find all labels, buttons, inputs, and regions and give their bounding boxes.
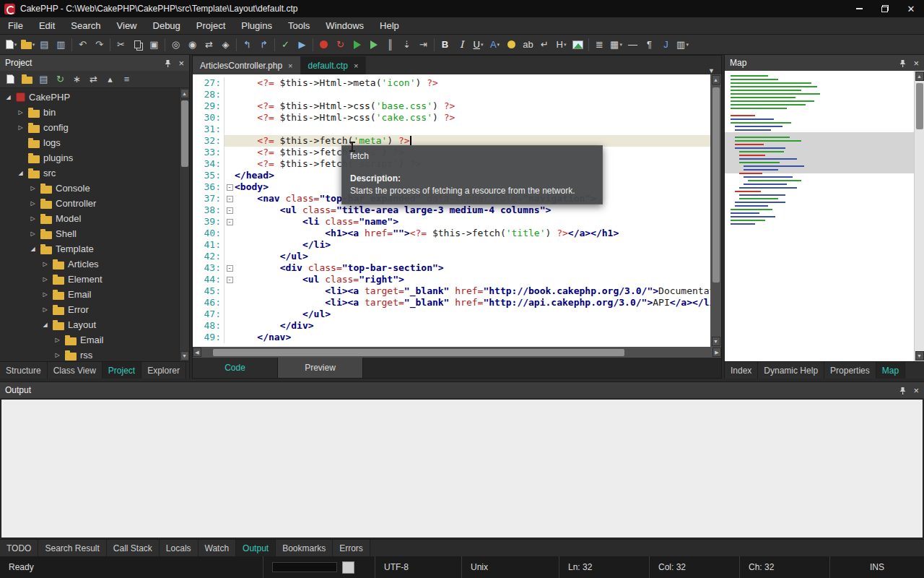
close-tab-icon[interactable]: × [288, 61, 292, 70]
expand-arrow-icon[interactable]: ▷ [41, 306, 49, 313]
undo-button[interactable]: ↶ [74, 36, 91, 53]
code-line-40[interactable]: 40: <h1><a href=""><?= $this->fetch('tit… [193, 228, 710, 239]
panel-tab-map[interactable]: Map [876, 362, 905, 379]
expand-arrow-icon[interactable]: ▷ [41, 261, 49, 267]
open-in-browser-button[interactable]: ▶ [294, 36, 310, 53]
expand-arrow-icon[interactable]: ▷ [41, 291, 49, 298]
menu-plugins[interactable]: Plugins [233, 17, 280, 34]
tree-item-console[interactable]: ▷Console [0, 181, 179, 196]
menu-edit[interactable]: Edit [31, 17, 63, 34]
font-color-button[interactable]: A▾ [487, 36, 503, 53]
close-panel-icon[interactable]: × [178, 59, 184, 68]
code-line-46[interactable]: 46: <li><a target="_blank" href="http://… [193, 297, 710, 309]
scroll-up-icon[interactable]: ▲ [180, 89, 189, 98]
collapse-arrow-icon[interactable]: ◢ [17, 170, 25, 176]
insert-image-button[interactable] [570, 36, 586, 53]
stop-debug-button[interactable] [315, 36, 332, 53]
project-tree-scrollbar[interactable]: ▲ ▼ [179, 88, 189, 361]
save-all-button[interactable]: ▥ [53, 36, 69, 53]
new-file-button[interactable] [4, 73, 17, 86]
pin-icon[interactable] [899, 59, 907, 67]
fold-collapse-icon[interactable]: - [227, 219, 233, 225]
fold-toggle[interactable]: - [225, 262, 235, 274]
code-line-47[interactable]: 47: </ul> [193, 309, 710, 320]
close-tab-icon[interactable]: × [354, 61, 358, 70]
lowercase-button[interactable]: ab [520, 36, 536, 53]
pause-button[interactable]: ║ [382, 36, 398, 53]
find-next-button[interactable]: ◉ [184, 36, 201, 53]
expand-arrow-icon[interactable]: ▷ [17, 109, 25, 116]
tree-item-controller[interactable]: ▷Controller [0, 196, 179, 211]
heading-button[interactable]: H▾ [553, 36, 570, 53]
scroll-left-icon[interactable]: ◀ [193, 348, 201, 357]
columns-button[interactable]: ▥▾ [674, 36, 691, 53]
tree-item-model[interactable]: ▷Model [0, 211, 179, 226]
bottom-tab-output[interactable]: Output [236, 540, 276, 556]
scroll-up-icon[interactable]: ▲ [712, 75, 720, 85]
scrollbar-thumb[interactable] [712, 87, 720, 282]
code-line-27[interactable]: 27: <?= $this->Html->meta('icon') ?> [193, 77, 710, 89]
tree-item-articles[interactable]: ▷Articles [0, 256, 179, 272]
new-file-button[interactable]: ▾ [3, 36, 19, 53]
tree-item-rss[interactable]: ▷rss [0, 348, 179, 361]
panel-tab-structure[interactable]: Structure [0, 362, 48, 379]
tree-item-plugins[interactable]: plugins [0, 150, 179, 165]
replace-button[interactable]: ⇄ [201, 36, 217, 53]
navigate-back-button[interactable]: ↰ [239, 36, 256, 53]
fold-toggle[interactable]: - [225, 193, 235, 204]
open-folder-button[interactable]: ▾ [19, 36, 36, 53]
bottom-tab-locals[interactable]: Locals [160, 540, 199, 556]
step-into-button[interactable]: ⇣ [398, 36, 415, 53]
fold-collapse-icon[interactable]: - [227, 184, 233, 191]
collapse-arrow-icon[interactable]: ◢ [41, 322, 49, 328]
expand-arrow-icon[interactable]: ▷ [53, 337, 61, 343]
bottom-tab-errors[interactable]: Errors [333, 540, 370, 556]
bottom-tab-search-result[interactable]: Search Result [38, 540, 106, 556]
show-all-files-button[interactable]: ∗ [71, 73, 83, 86]
scroll-down-icon[interactable]: ▼ [915, 351, 924, 361]
restart-debug-button[interactable]: ↻ [332, 36, 349, 53]
code-line-29[interactable]: 29: <?= $this->Html->css('base.css') ?> [193, 100, 710, 112]
code-line-45[interactable]: 45: <li><a target="_blank" href="http://… [193, 285, 710, 297]
tree-item-error[interactable]: ▷Error [0, 302, 179, 317]
line-break-button[interactable]: ↵ [536, 36, 553, 53]
tree-item-cakephp[interactable]: ◢CakePHP [0, 90, 179, 105]
menu-help[interactable]: Help [372, 17, 407, 34]
close-button[interactable]: ✕ [898, 0, 924, 17]
menu-search[interactable]: Search [63, 17, 108, 34]
editor-tab-default-ctp[interactable]: default.ctp× [301, 56, 367, 74]
close-panel-icon[interactable]: × [913, 59, 919, 68]
paragraph-button[interactable]: ¶ [641, 36, 658, 53]
tree-item-config[interactable]: ▷config [0, 120, 179, 135]
find-button[interactable]: ◎ [167, 36, 184, 53]
code-line-38[interactable]: 38:- <ul class="title-area large-3 mediu… [193, 204, 710, 216]
fold-collapse-icon[interactable]: - [227, 265, 233, 272]
save-button[interactable]: ▤ [36, 36, 53, 53]
refresh-button[interactable]: ↻ [54, 73, 66, 86]
pin-icon[interactable] [164, 59, 172, 67]
scroll-down-icon[interactable]: ▼ [712, 337, 720, 346]
fold-toggle[interactable]: - [225, 181, 235, 193]
check-syntax-button[interactable]: ✓ [277, 36, 294, 53]
run-to-cursor-button[interactable] [365, 36, 382, 53]
fold-collapse-icon[interactable]: - [227, 277, 233, 283]
scroll-up-icon[interactable]: ▲ [915, 72, 924, 81]
editor-horizontal-scrollbar[interactable]: ◀ ▶ [193, 347, 721, 358]
code-minimap[interactable] [725, 71, 914, 361]
code-line-28[interactable]: 28: [193, 89, 710, 100]
tree-item-email[interactable]: ▷Email [0, 332, 179, 348]
view-tab-code[interactable]: Code [193, 358, 278, 378]
copy-button[interactable] [129, 36, 146, 53]
tree-item-layout[interactable]: ◢Layout [0, 317, 179, 332]
fold-collapse-icon[interactable]: - [227, 196, 233, 202]
panel-tab-class-view[interactable]: Class View [48, 362, 103, 379]
find-in-files-button[interactable]: ◈ [217, 36, 234, 53]
expand-arrow-icon[interactable]: ▷ [17, 124, 25, 131]
scrollbar-thumb[interactable] [916, 83, 923, 129]
navigate-forward-button[interactable]: ↱ [256, 36, 272, 53]
redo-button[interactable]: ↷ [91, 36, 108, 53]
code-area[interactable]: 27: <?= $this->Html->meta('icon') ?>28:2… [193, 74, 710, 347]
editor-tab-articlescontroller-php[interactable]: ArticlesController.php× [193, 56, 301, 74]
collapse-arrow-icon[interactable]: ◢ [4, 94, 12, 100]
italic-button[interactable]: I [453, 36, 470, 53]
